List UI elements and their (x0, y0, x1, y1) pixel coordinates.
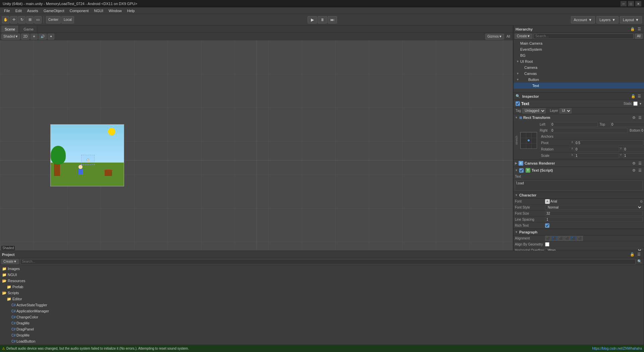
top-input[interactable] (610, 122, 644, 127)
menu-assets[interactable]: Assets (24, 8, 41, 13)
rect-visual[interactable] (520, 132, 537, 149)
hierarchy-item-bg[interactable]: BG (514, 52, 644, 58)
static-checkbox[interactable] (633, 101, 638, 106)
inspector-menu-button[interactable]: ☰ (637, 94, 642, 99)
project-item-editor[interactable]: 📁 Editor (0, 296, 644, 302)
hierarchy-lock-button[interactable]: 🔒 (630, 27, 635, 32)
hierarchy-create-button[interactable]: Create ▼ (515, 34, 532, 39)
project-item-dragpanel[interactable]: C# DragPanel (0, 326, 644, 332)
rect-transform-menu-button[interactable]: ☰ (637, 115, 643, 120)
scene-fx-button[interactable]: ✦ (48, 34, 54, 40)
hierarchy-item-text[interactable]: Text (514, 83, 644, 89)
text-script-checkbox[interactable] (519, 168, 524, 173)
hierarchy-item-ui-root[interactable]: ▼ UI Root (514, 58, 644, 64)
tag-select[interactable]: Untagged (522, 108, 546, 114)
character-section-header[interactable]: ▼ Character (514, 192, 644, 199)
text-script-header[interactable]: ▼ T Text (Script) ⚙ ☰ (514, 167, 644, 174)
left-input[interactable] (550, 122, 598, 127)
scale-y-input[interactable] (623, 153, 644, 158)
rot-y-input[interactable] (623, 147, 644, 152)
project-item-images[interactable]: 📁 Images (0, 266, 644, 272)
project-item-active-state-toggler[interactable]: C# ActiveStateToggler (0, 302, 644, 308)
local-button[interactable]: Local (61, 16, 74, 24)
text-script-settings-button[interactable]: ⚙ (631, 168, 637, 173)
pivot-button[interactable]: Center (46, 16, 61, 24)
project-create-button[interactable]: Create ▼ (1, 259, 19, 264)
close-button[interactable]: ✕ (635, 1, 641, 6)
align-right-mid-button[interactable]: ⬛ (577, 236, 583, 241)
menu-ngui[interactable]: NGUI (91, 8, 106, 13)
hierarchy-search-input[interactable] (534, 34, 634, 39)
align-center-top-button[interactable]: ⬛ (551, 236, 557, 241)
font-size-input[interactable] (545, 211, 643, 216)
scene-audio-button[interactable]: 🔊 (39, 34, 47, 40)
rotate-tool-button[interactable]: ↻ (18, 16, 25, 24)
object-active-checkbox[interactable] (516, 101, 520, 106)
project-item-ngui[interactable]: 📁 NGUI (0, 272, 644, 278)
tab-scene[interactable]: Scene (1, 26, 19, 33)
canvas-renderer-menu-button[interactable]: ☰ (637, 161, 643, 166)
maximize-button[interactable]: □ (628, 1, 634, 6)
align-left-top-button[interactable]: ⬛ (545, 236, 551, 241)
canvas-renderer-settings-button[interactable]: ⚙ (631, 161, 637, 166)
menu-file[interactable]: File (1, 8, 13, 13)
pivot-x-input[interactable] (575, 140, 643, 145)
hierarchy-all-button[interactable]: All (635, 34, 643, 39)
shading-mode-button[interactable]: Shaded ▼ (1, 34, 20, 40)
menu-gameobject[interactable]: GameObject (41, 8, 67, 13)
project-item-application-manager[interactable]: C# ApplicationManager (0, 308, 644, 314)
hand-tool-button[interactable]: ✋ (2, 16, 9, 24)
scene-light-button[interactable]: ☀ (31, 34, 38, 40)
layout-dropdown[interactable]: Layout ▼ (620, 16, 642, 24)
rich-text-checkbox[interactable] (545, 223, 549, 228)
align-by-geom-checkbox[interactable] (545, 242, 549, 247)
project-item-scripts[interactable]: 📂 Scripts (0, 290, 644, 296)
rect-transform-settings-button[interactable]: ⚙ (631, 115, 637, 120)
scale-x-input[interactable] (575, 153, 619, 158)
hierarchy-item-main-camera[interactable]: Main Camera (514, 40, 644, 46)
menu-help[interactable]: Help (124, 8, 138, 13)
project-lock-button[interactable]: 🔒 (630, 252, 635, 257)
rect-tool-button[interactable]: ▭ (34, 16, 42, 24)
project-menu-button[interactable]: ☰ (636, 252, 642, 257)
static-dropdown-button[interactable]: ▼ (639, 102, 642, 105)
hierarchy-item-canvas[interactable]: ▼ Canvas (514, 71, 644, 77)
project-item-loadbutton[interactable]: C# LoadButton (0, 338, 644, 344)
align-right-top-button[interactable]: ⬛ (558, 236, 564, 241)
layers-dropdown[interactable]: Layers ▼ (596, 16, 619, 24)
pause-button[interactable]: ⏸ (318, 16, 327, 24)
rect-transform-header[interactable]: ▼ ⊞ Rect Transform ⚙ ☰ (514, 114, 644, 121)
align-center-mid-button[interactable]: ⬛ (571, 236, 577, 241)
project-search-button[interactable]: 🔍 (637, 259, 642, 264)
text-value-input[interactable]: load (515, 180, 643, 190)
horiz-overflow-select[interactable]: Wrap (545, 248, 643, 251)
project-item-change-color[interactable]: C# ChangeColor (0, 314, 644, 320)
hierarchy-item-eventsystem[interactable]: EventSystem (514, 46, 644, 52)
right-input[interactable] (550, 128, 628, 133)
inspector-lock-button[interactable]: 🔒 (631, 94, 636, 99)
line-spacing-input[interactable] (545, 217, 643, 222)
paragraph-section-header[interactable]: ▼ Paragraph (514, 229, 644, 235)
account-dropdown[interactable]: Account ▼ (571, 16, 595, 24)
scale-tool-button[interactable]: ⊞ (26, 16, 34, 24)
status-link[interactable]: https://blog.csdn.net/ZNWhahaha (592, 347, 642, 350)
play-button[interactable]: ▶ (308, 16, 317, 24)
menu-window[interactable]: Window (106, 8, 124, 13)
canvas-renderer-header[interactable]: ▶ C Canvas Renderer ⚙ ☰ (514, 160, 644, 167)
tab-game[interactable]: Game (20, 26, 37, 33)
layer-select[interactable]: UI (559, 108, 572, 114)
align-left-mid-button[interactable]: ⬛ (564, 236, 570, 241)
text-script-menu-button[interactable]: ☰ (637, 168, 643, 173)
hierarchy-item-camera[interactable]: Camera (514, 64, 644, 71)
project-item-prefab[interactable]: 📁 Prefab (0, 284, 644, 290)
font-circle-button[interactable]: ⊙ (640, 200, 643, 203)
gizmos-button[interactable]: Gizmos ▼ (485, 34, 504, 40)
rot-x-input[interactable] (575, 147, 619, 152)
project-item-dragme[interactable]: C# DragMe (0, 320, 644, 326)
hierarchy-item-button[interactable]: ▼ Button (514, 77, 644, 83)
minimize-button[interactable]: ─ (621, 1, 627, 6)
bottom-input[interactable] (640, 128, 644, 133)
menu-component[interactable]: Component (67, 8, 91, 13)
project-item-resources[interactable]: 📂 Resources (0, 278, 644, 284)
move-tool-button[interactable]: ✛ (10, 16, 17, 24)
